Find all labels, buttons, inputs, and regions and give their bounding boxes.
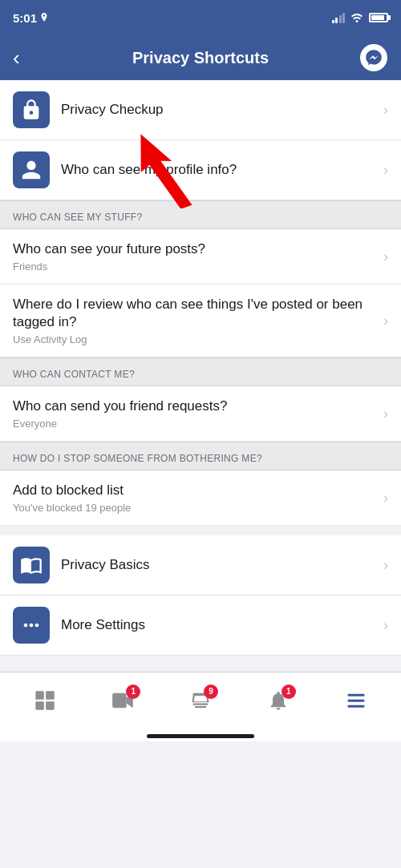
- tab-notifications[interactable]: 1: [239, 672, 317, 728]
- chevron-icon: ›: [383, 102, 388, 119]
- who-see-profile-title: Who can see my profile info?: [61, 162, 377, 178]
- tab-home[interactable]: [6, 672, 84, 728]
- tab-bar: 1 9 1: [0, 672, 401, 728]
- location-icon: [40, 13, 48, 22]
- messenger-button[interactable]: [359, 43, 388, 72]
- chevron-icon: ›: [383, 406, 388, 422]
- notifications-badge: 1: [282, 684, 296, 699]
- chevron-icon: ›: [383, 162, 388, 179]
- home-bar: [147, 734, 254, 738]
- chevron-icon: ›: [383, 248, 388, 265]
- section-header-stop-text: HOW DO I STOP SOMEONE FROM BOTHERING ME?: [13, 453, 262, 464]
- signal-icon: [332, 12, 346, 23]
- messenger-icon: [365, 49, 383, 67]
- battery-icon: [369, 13, 388, 22]
- tab-marketplace[interactable]: 9: [162, 672, 240, 728]
- video-badge: 1: [126, 684, 140, 699]
- status-time: 5:01: [13, 11, 48, 25]
- tab-video[interactable]: 1: [84, 672, 162, 728]
- chevron-icon: ›: [383, 313, 388, 329]
- more-settings-icon-bg: [13, 607, 50, 644]
- privacy-basics-title: Privacy Basics: [61, 557, 377, 573]
- review-tagged-subtitle: Use Activity Log: [13, 333, 377, 345]
- blocked-list-subtitle: You've blocked 19 people: [13, 502, 377, 514]
- section-header-contact: WHO CAN CONTACT ME?: [0, 357, 401, 386]
- section-header-contact-text: WHO CAN CONTACT ME?: [13, 369, 135, 380]
- svg-rect-6: [347, 694, 364, 696]
- friend-requests-subtitle: Everyone: [13, 418, 377, 430]
- privacy-basics-icon-bg: [13, 547, 50, 583]
- content: Privacy Checkup › Who can see my profile…: [0, 80, 401, 656]
- section-header-stuff: WHO CAN SEE MY STUFF?: [0, 200, 401, 229]
- more-settings-item[interactable]: More Settings ›: [0, 595, 401, 656]
- status-icons: [332, 11, 389, 25]
- blocked-list-item[interactable]: Add to blocked list You've blocked 19 pe…: [0, 470, 401, 526]
- svg-rect-3: [47, 701, 55, 710]
- friend-requests-item[interactable]: Who can send you friend requests? Everyo…: [0, 386, 401, 442]
- privacy-checkup-icon-bg: [13, 91, 50, 128]
- lock-icon: [20, 99, 43, 121]
- svg-rect-4: [112, 693, 127, 709]
- marketplace-badge: 9: [204, 684, 218, 699]
- review-tagged-title: Where do I review who can see things I'v…: [13, 296, 377, 331]
- tab-menu[interactable]: [317, 672, 395, 728]
- spacer-1: [0, 526, 401, 535]
- page-title: Privacy Shortcuts: [42, 49, 359, 67]
- person-icon: [20, 159, 43, 181]
- friend-requests-title: Who can send you friend requests?: [13, 398, 377, 415]
- svg-rect-1: [47, 691, 55, 700]
- wifi-icon: [350, 11, 364, 25]
- svg-rect-2: [36, 701, 45, 710]
- status-bar: 5:01: [0, 0, 401, 35]
- future-posts-item[interactable]: Who can see your future posts? Friends ›: [0, 229, 401, 285]
- privacy-checkup-item[interactable]: Privacy Checkup ›: [0, 80, 401, 140]
- section-header-stop: HOW DO I STOP SOMEONE FROM BOTHERING ME?: [0, 442, 401, 470]
- chevron-icon: ›: [383, 557, 388, 574]
- home-indicator: [0, 728, 401, 741]
- back-button[interactable]: ‹: [13, 46, 42, 71]
- blocked-list-title: Add to blocked list: [13, 482, 377, 499]
- menu-icon: [345, 689, 367, 712]
- more-settings-title: More Settings: [61, 617, 377, 633]
- home-icon: [34, 689, 56, 712]
- privacy-basics-item[interactable]: Privacy Basics ›: [0, 535, 401, 595]
- future-posts-title: Who can see your future posts?: [13, 240, 377, 258]
- book-icon: [20, 554, 43, 576]
- section-header-stuff-text: WHO CAN SEE MY STUFF?: [13, 212, 142, 223]
- chevron-icon: ›: [383, 617, 388, 634]
- svg-rect-7: [347, 700, 364, 702]
- privacy-checkup-title: Privacy Checkup: [61, 102, 377, 118]
- who-see-profile-icon-bg: [13, 151, 50, 188]
- dots-icon: [20, 614, 43, 636]
- svg-rect-0: [36, 691, 45, 700]
- content-spacer: [0, 656, 401, 672]
- nav-bar: ‹ Privacy Shortcuts: [0, 35, 401, 80]
- future-posts-subtitle: Friends: [13, 260, 377, 273]
- review-tagged-item[interactable]: Where do I review who can see things I'v…: [0, 285, 401, 357]
- chevron-icon: ›: [383, 490, 388, 507]
- svg-rect-8: [347, 705, 364, 708]
- who-see-profile-item[interactable]: Who can see my profile info? ›: [0, 140, 401, 200]
